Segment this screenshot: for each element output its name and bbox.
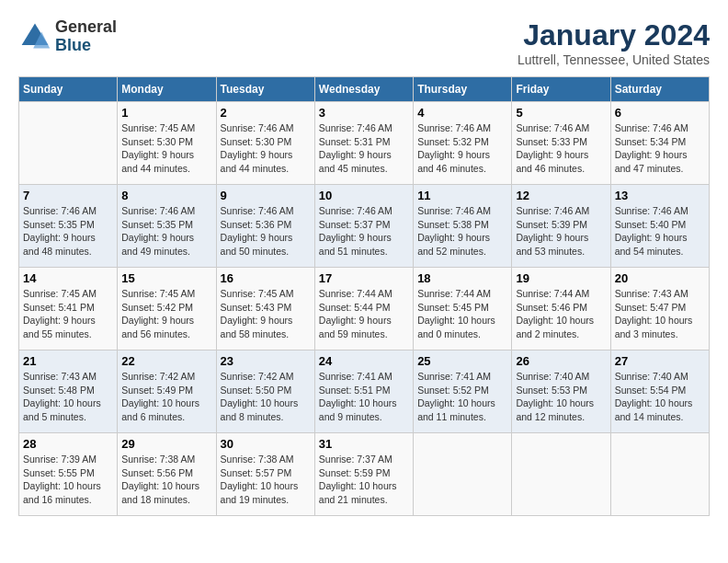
day-info: Sunrise: 7:39 AM Sunset: 5:55 PM Dayligh…	[23, 453, 113, 507]
calendar-cell: 11Sunrise: 7:46 AM Sunset: 5:38 PM Dayli…	[414, 185, 512, 268]
day-number: 18	[417, 271, 507, 285]
day-info: Sunrise: 7:45 AM Sunset: 5:41 PM Dayligh…	[23, 287, 113, 341]
calendar-cell	[512, 433, 610, 516]
day-number: 26	[516, 354, 606, 368]
day-number: 27	[615, 354, 705, 368]
calendar-cell	[610, 433, 709, 516]
day-info: Sunrise: 7:44 AM Sunset: 5:45 PM Dayligh…	[417, 287, 507, 341]
calendar-cell: 9Sunrise: 7:46 AM Sunset: 5:36 PM Daylig…	[216, 185, 314, 268]
logo: General Blue	[18, 18, 117, 55]
day-info: Sunrise: 7:44 AM Sunset: 5:46 PM Dayligh…	[516, 287, 606, 341]
day-info: Sunrise: 7:45 AM Sunset: 5:30 PM Dayligh…	[121, 121, 211, 176]
day-number: 3	[319, 106, 409, 120]
month-title: January 2024	[518, 18, 710, 52]
day-info: Sunrise: 7:40 AM Sunset: 5:54 PM Dayligh…	[615, 370, 705, 424]
day-info: Sunrise: 7:46 AM Sunset: 5:32 PM Dayligh…	[417, 121, 507, 176]
calendar-table: SundayMondayTuesdayWednesdayThursdayFrid…	[18, 76, 710, 516]
day-info: Sunrise: 7:42 AM Sunset: 5:49 PM Dayligh…	[121, 370, 211, 424]
day-info: Sunrise: 7:46 AM Sunset: 5:31 PM Dayligh…	[319, 121, 409, 176]
day-info: Sunrise: 7:41 AM Sunset: 5:51 PM Dayligh…	[319, 370, 409, 424]
logo-blue: Blue	[55, 36, 91, 54]
calendar-cell: 15Sunrise: 7:45 AM Sunset: 5:42 PM Dayli…	[118, 268, 216, 350]
title-block: January 2024 Luttrell, Tennessee, United…	[518, 18, 710, 67]
calendar-cell: 7Sunrise: 7:46 AM Sunset: 5:35 PM Daylig…	[19, 185, 118, 268]
day-info: Sunrise: 7:46 AM Sunset: 5:39 PM Dayligh…	[516, 204, 606, 259]
week-row-2: 14Sunrise: 7:45 AM Sunset: 5:41 PM Dayli…	[19, 268, 710, 350]
calendar-cell: 13Sunrise: 7:46 AM Sunset: 5:40 PM Dayli…	[610, 185, 709, 268]
calendar-cell: 17Sunrise: 7:44 AM Sunset: 5:44 PM Dayli…	[314, 268, 413, 350]
calendar-cell: 25Sunrise: 7:41 AM Sunset: 5:52 PM Dayli…	[414, 350, 512, 433]
day-number: 2	[221, 106, 311, 120]
day-info: Sunrise: 7:46 AM Sunset: 5:40 PM Dayligh…	[615, 204, 705, 259]
day-number: 8	[121, 189, 211, 202]
calendar-cell: 22Sunrise: 7:42 AM Sunset: 5:49 PM Dayli…	[118, 350, 216, 433]
day-info: Sunrise: 7:42 AM Sunset: 5:50 PM Dayligh…	[221, 370, 311, 424]
calendar-cell: 4Sunrise: 7:46 AM Sunset: 5:32 PM Daylig…	[414, 102, 512, 185]
calendar-cell: 20Sunrise: 7:43 AM Sunset: 5:47 PM Dayli…	[610, 268, 709, 350]
day-info: Sunrise: 7:46 AM Sunset: 5:38 PM Dayligh…	[417, 204, 507, 259]
calendar-cell: 14Sunrise: 7:45 AM Sunset: 5:41 PM Dayli…	[19, 268, 118, 350]
week-row-1: 7Sunrise: 7:46 AM Sunset: 5:35 PM Daylig…	[19, 185, 710, 268]
day-number: 31	[319, 437, 409, 451]
day-number: 16	[221, 271, 311, 285]
calendar-cell: 21Sunrise: 7:43 AM Sunset: 5:48 PM Dayli…	[19, 350, 118, 433]
day-number: 6	[615, 106, 705, 120]
week-row-3: 21Sunrise: 7:43 AM Sunset: 5:48 PM Dayli…	[19, 350, 710, 433]
calendar-cell: 3Sunrise: 7:46 AM Sunset: 5:31 PM Daylig…	[314, 102, 413, 185]
header-monday: Monday	[118, 77, 216, 102]
day-info: Sunrise: 7:45 AM Sunset: 5:42 PM Dayligh…	[121, 287, 211, 341]
calendar-cell: 31Sunrise: 7:37 AM Sunset: 5:59 PM Dayli…	[314, 433, 413, 516]
logo-text: General Blue	[55, 18, 117, 55]
day-info: Sunrise: 7:44 AM Sunset: 5:44 PM Dayligh…	[319, 287, 409, 341]
calendar-cell: 24Sunrise: 7:41 AM Sunset: 5:51 PM Dayli…	[314, 350, 413, 433]
day-number: 9	[221, 189, 311, 202]
logo-icon	[18, 20, 51, 53]
logo-general: General	[55, 17, 117, 36]
day-number: 24	[319, 354, 409, 368]
calendar-cell: 19Sunrise: 7:44 AM Sunset: 5:46 PM Dayli…	[512, 268, 610, 350]
day-info: Sunrise: 7:41 AM Sunset: 5:52 PM Dayligh…	[417, 370, 507, 424]
day-info: Sunrise: 7:37 AM Sunset: 5:59 PM Dayligh…	[319, 453, 409, 507]
day-number: 13	[615, 189, 705, 202]
day-number: 17	[319, 271, 409, 285]
day-number: 7	[23, 189, 113, 202]
day-info: Sunrise: 7:38 AM Sunset: 5:56 PM Dayligh…	[121, 453, 211, 507]
week-row-0: 1Sunrise: 7:45 AM Sunset: 5:30 PM Daylig…	[19, 102, 710, 185]
day-info: Sunrise: 7:43 AM Sunset: 5:48 PM Dayligh…	[23, 370, 113, 424]
header-sunday: Sunday	[19, 77, 118, 102]
calendar-cell: 5Sunrise: 7:46 AM Sunset: 5:33 PM Daylig…	[512, 102, 610, 185]
day-info: Sunrise: 7:46 AM Sunset: 5:34 PM Dayligh…	[615, 121, 705, 176]
calendar-cell: 1Sunrise: 7:45 AM Sunset: 5:30 PM Daylig…	[118, 102, 216, 185]
day-number: 23	[221, 354, 311, 368]
calendar-cell: 6Sunrise: 7:46 AM Sunset: 5:34 PM Daylig…	[610, 102, 709, 185]
day-info: Sunrise: 7:40 AM Sunset: 5:53 PM Dayligh…	[516, 370, 606, 424]
day-number: 20	[615, 271, 705, 285]
day-number: 11	[417, 189, 507, 202]
day-number: 22	[121, 354, 211, 368]
day-number: 15	[121, 271, 211, 285]
header-saturday: Saturday	[610, 77, 709, 102]
day-info: Sunrise: 7:46 AM Sunset: 5:36 PM Dayligh…	[221, 204, 311, 259]
calendar-cell: 16Sunrise: 7:45 AM Sunset: 5:43 PM Dayli…	[216, 268, 314, 350]
day-number: 14	[23, 271, 113, 285]
day-number: 1	[121, 106, 211, 120]
calendar-cell: 27Sunrise: 7:40 AM Sunset: 5:54 PM Dayli…	[610, 350, 709, 433]
calendar-cell: 10Sunrise: 7:46 AM Sunset: 5:37 PM Dayli…	[314, 185, 413, 268]
day-number: 21	[23, 354, 113, 368]
calendar-cell: 18Sunrise: 7:44 AM Sunset: 5:45 PM Dayli…	[414, 268, 512, 350]
calendar-cell: 28Sunrise: 7:39 AM Sunset: 5:55 PM Dayli…	[19, 433, 118, 516]
calendar-cell: 8Sunrise: 7:46 AM Sunset: 5:35 PM Daylig…	[118, 185, 216, 268]
day-info: Sunrise: 7:43 AM Sunset: 5:47 PM Dayligh…	[615, 287, 705, 341]
day-number: 25	[417, 354, 507, 368]
day-number: 10	[319, 189, 409, 202]
day-number: 28	[23, 437, 113, 451]
header-friday: Friday	[512, 77, 610, 102]
day-number: 30	[221, 437, 311, 451]
header-thursday: Thursday	[414, 77, 512, 102]
calendar-body: 1Sunrise: 7:45 AM Sunset: 5:30 PM Daylig…	[19, 102, 710, 516]
location: Luttrell, Tennessee, United States	[518, 52, 710, 67]
week-row-4: 28Sunrise: 7:39 AM Sunset: 5:55 PM Dayli…	[19, 433, 710, 516]
header-tuesday: Tuesday	[216, 77, 314, 102]
calendar-header-row: SundayMondayTuesdayWednesdayThursdayFrid…	[19, 77, 710, 102]
calendar-cell: 12Sunrise: 7:46 AM Sunset: 5:39 PM Dayli…	[512, 185, 610, 268]
